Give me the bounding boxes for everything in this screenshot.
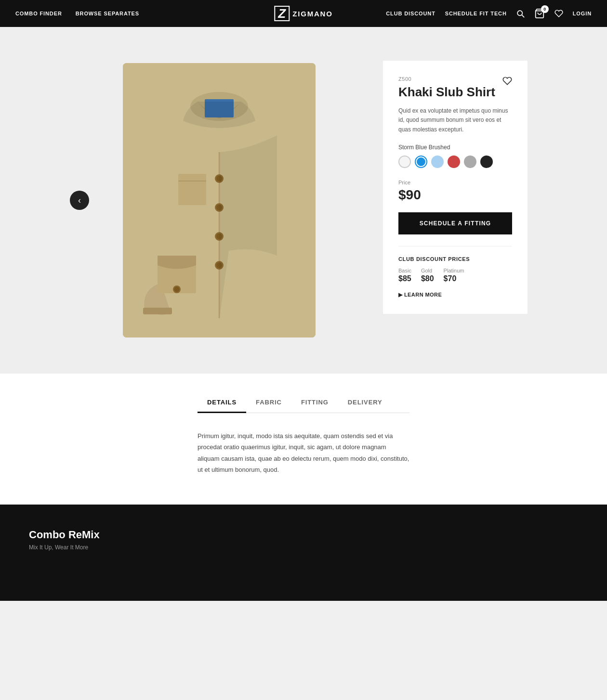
product-image xyxy=(123,63,316,337)
discount-tier-basic: Basic $85 xyxy=(398,268,411,283)
prev-button[interactable]: ‹ xyxy=(70,191,89,210)
product-sku: Z500 xyxy=(398,76,512,82)
tab-fabric[interactable]: FABRIC xyxy=(246,393,291,413)
nav-left: COMBO FINDER BROWSE SEPARATES xyxy=(15,11,139,16)
nav-logo[interactable]: Z ZIGMANO xyxy=(274,6,332,21)
tier-platinum-price: $70 xyxy=(444,274,464,283)
color-label: Storm Blue Brushed xyxy=(398,144,512,151)
discount-tier-platinum: Platinum $70 xyxy=(444,268,464,283)
svg-rect-16 xyxy=(178,174,206,205)
search-icon[interactable] xyxy=(516,10,525,18)
combo-finder-link[interactable]: COMBO FINDER xyxy=(15,11,62,16)
club-discount-link[interactable]: CLUB DISCOUNT xyxy=(386,11,435,16)
product-image-area: ‹ xyxy=(79,56,359,345)
wishlist-icon[interactable] xyxy=(554,9,563,18)
product-card: Z500 Khaki Slub Shirt Quid ex ea volupta… xyxy=(383,61,528,314)
tier-platinum-label: Platinum xyxy=(444,268,464,273)
footer-subtitle: Mix It Up, Wear It More xyxy=(29,544,578,551)
color-swatch-light-blue[interactable] xyxy=(431,156,444,168)
color-swatch-black[interactable] xyxy=(480,156,493,168)
tier-basic-price: $85 xyxy=(398,274,411,283)
tier-gold-label: Gold xyxy=(421,268,434,273)
tier-gold-price: $80 xyxy=(421,274,434,283)
discount-title: CLUB DISCOUNT PRICES xyxy=(398,256,512,262)
main-nav: COMBO FINDER BROWSE SEPARATES Z ZIGMANO … xyxy=(0,0,607,27)
tab-content-text: Primum igitur, inquit, modo ista sis aeq… xyxy=(198,430,409,476)
svg-point-20 xyxy=(174,287,180,292)
wishlist-button[interactable] xyxy=(502,76,512,88)
discount-section: CLUB DISCOUNT PRICES Basic $85 Gold $80 … xyxy=(398,246,512,298)
product-card-header-text: Z500 Khaki Slub Shirt xyxy=(398,76,512,106)
svg-point-0 xyxy=(517,11,522,15)
color-swatches xyxy=(398,156,512,168)
tier-basic-label: Basic xyxy=(398,268,411,273)
footer: Combo ReMix Mix It Up, Wear It More xyxy=(0,505,607,601)
tab-fitting[interactable]: FITTING xyxy=(291,393,338,413)
cart-count: 0 xyxy=(541,5,549,13)
login-link[interactable]: LOGIN xyxy=(573,11,592,16)
logo-z-icon: Z xyxy=(274,6,290,21)
discount-tier-gold: Gold $80 xyxy=(421,268,434,283)
price-label: Price xyxy=(398,180,512,185)
color-swatch-gray[interactable] xyxy=(464,156,476,168)
cart-icon[interactable]: 0 xyxy=(534,8,545,19)
svg-rect-6 xyxy=(143,308,172,314)
discount-tiers: Basic $85 Gold $80 Platinum $70 xyxy=(398,268,512,283)
product-section: ‹ xyxy=(0,27,607,374)
tabs-bar: DETAILS FABRIC FITTING DELIVERY xyxy=(198,393,409,413)
price-value: $90 xyxy=(398,187,512,203)
browse-separates-link[interactable]: BROWSE SEPARATES xyxy=(76,11,139,16)
tabs-section: DETAILS FABRIC FITTING DELIVERY Primum i… xyxy=(0,374,607,505)
tab-delivery[interactable]: DELIVERY xyxy=(338,393,392,413)
product-title: Khaki Slub Shirt xyxy=(398,85,512,100)
schedule-fit-tech-link[interactable]: SCHEDULE FIT TECH xyxy=(445,11,507,16)
svg-line-1 xyxy=(522,15,524,17)
tab-details[interactable]: DETAILS xyxy=(198,393,246,413)
learn-more-link[interactable]: ▶ LEARN MORE xyxy=(398,292,442,298)
color-swatch-blue[interactable] xyxy=(415,156,427,168)
product-card-header: Z500 Khaki Slub Shirt xyxy=(398,76,512,106)
product-description: Quid ex ea voluptate et impetus quo minu… xyxy=(398,106,512,134)
color-swatch-white[interactable] xyxy=(398,156,411,168)
color-swatch-red[interactable] xyxy=(448,156,460,168)
logo-text: ZIGMANO xyxy=(292,10,332,18)
footer-title: Combo ReMix xyxy=(29,529,578,541)
schedule-fitting-button[interactable]: SCHEDULE A FITTING xyxy=(398,212,512,234)
nav-right: CLUB DISCOUNT SCHEDULE FIT TECH 0 LOGIN xyxy=(386,8,592,19)
